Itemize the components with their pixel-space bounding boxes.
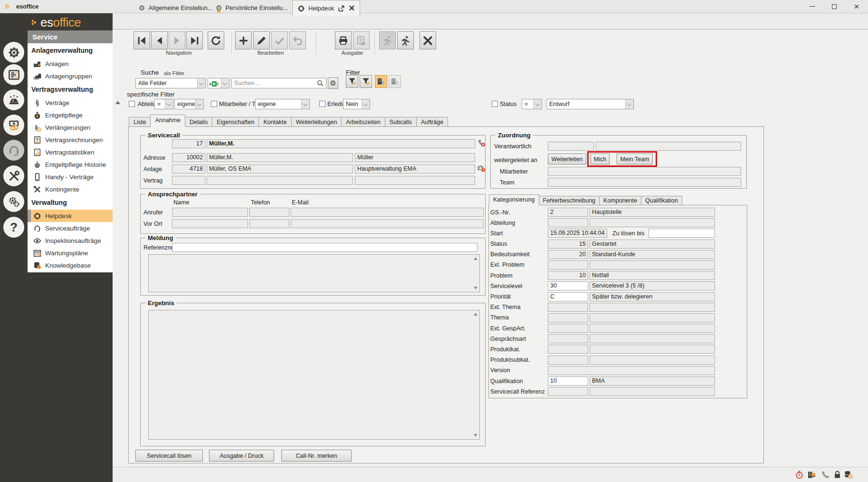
- weitergeleitet-label: weitergeleitet an: [494, 157, 537, 164]
- collapse-filter-panel[interactable]: [115, 101, 120, 104]
- sidebar-item-anlagengruppen[interactable]: Anlagengruppen: [28, 70, 113, 82]
- tab-weiterleitungen[interactable]: Weiterleitungen: [291, 117, 342, 127]
- search-scope-dropdown[interactable]: Alle Felder: [135, 78, 206, 88]
- camera-warning-icon[interactable]: [477, 164, 486, 173]
- tab-allgemeine-einstellungen[interactable]: ⚙ Allgemeine Einstellun...: [134, 0, 218, 16]
- tab-kategorisierung[interactable]: Kategorisierung: [489, 194, 539, 205]
- nav-first-button[interactable]: [134, 31, 150, 49]
- nav-last-button[interactable]: [186, 31, 203, 49]
- sidebar-item-vertragstatistiken[interactable]: Vertragstatistiken: [28, 146, 113, 158]
- window-title: esoffice: [16, 3, 38, 10]
- sidebar-section-anlagenverwaltung[interactable]: Anlagenverwaltung: [28, 43, 113, 58]
- refresh-button[interactable]: [208, 31, 224, 49]
- code-field[interactable]: 30: [548, 281, 588, 290]
- sidebar-item-serviceauftraege[interactable]: Serviceaufträge: [28, 222, 113, 234]
- abteilung-operator-dropdown[interactable]: =: [154, 99, 173, 109]
- cash-icon[interactable]: [3, 115, 24, 135]
- headset-icon[interactable]: [3, 140, 24, 161]
- knowledgebase-icon: [33, 261, 41, 270]
- status-checkbox[interactable]: [492, 101, 498, 107]
- funnel-edit-button[interactable]: [346, 75, 358, 88]
- row-qualifikation: Qualifikation10BMA: [490, 376, 715, 386]
- company-funnel-alt-button[interactable]: [389, 75, 401, 88]
- tab-details[interactable]: Details: [185, 117, 212, 127]
- tools-icon[interactable]: [3, 165, 24, 186]
- add-button[interactable]: [235, 31, 252, 49]
- search-settings-button[interactable]: ⚙: [328, 77, 338, 89]
- sidebar-item-kontingente[interactable]: Kontingente: [28, 183, 113, 195]
- tab-annahme[interactable]: Annahme: [150, 115, 185, 127]
- ergebnis-textarea[interactable]: [148, 310, 480, 440]
- tab-auftraege[interactable]: Aufträge: [416, 117, 448, 127]
- help-icon[interactable]: ?: [3, 217, 24, 238]
- close-tab-icon[interactable]: ✕: [348, 5, 355, 12]
- sidebar-section-verwaltung[interactable]: Verwaltung: [28, 195, 113, 210]
- close-button[interactable]: ×: [846, 0, 868, 13]
- weiterleiten-button[interactable]: Weiterleiten: [548, 154, 586, 164]
- vorort-name-field: [172, 219, 248, 228]
- sidebar-item-verlaengerungen[interactable]: Verlängerungen: [28, 121, 113, 134]
- abteilung-checkbox[interactable]: [129, 101, 135, 107]
- tab-fehlerbeschreibung[interactable]: Fehlerbeschreibung: [539, 196, 600, 205]
- planning-board-icon[interactable]: [3, 64, 24, 85]
- sidebar-item-entgeltpflege[interactable]: Entgeltpflege: [28, 109, 113, 121]
- print-button[interactable]: [335, 31, 352, 49]
- scroll-down-icon[interactable]: [474, 434, 477, 437]
- scroll-up-icon[interactable]: [474, 313, 477, 316]
- run-button[interactable]: [397, 31, 414, 49]
- callnr-merken-button[interactable]: Call-Nr. merken: [281, 450, 352, 462]
- sidebar-item-knowledgebase[interactable]: Knowledgebase: [28, 259, 113, 271]
- funnel-check-button[interactable]: [360, 75, 372, 88]
- tab-qualifikation[interactable]: Qualifikation: [641, 196, 682, 205]
- tab-persoenliche-einstellungen[interactable]: ⚙ Persönliche Einstellu...: [211, 0, 293, 16]
- sidebar-item-helpdesk[interactable]: Helpdesk: [28, 210, 113, 222]
- company-funnel-button[interactable]: [375, 75, 387, 88]
- edit-button[interactable]: [253, 31, 270, 49]
- sidebar-item-vertraege[interactable]: Verträge: [28, 96, 113, 109]
- search-input[interactable]: [231, 78, 326, 88]
- erledigt-dropdown[interactable]: Nein: [343, 99, 370, 109]
- tab-subcalls[interactable]: Subcalls: [385, 117, 417, 127]
- alarm-icon[interactable]: [3, 89, 24, 110]
- sidebar-item-anlagen[interactable]: Anlagen: [28, 58, 113, 70]
- tab-helpdesk[interactable]: Helpdesk ✕: [292, 0, 360, 16]
- scroll-up-icon[interactable]: [474, 257, 477, 260]
- sidebar-item-entgeltpflege-historie[interactable]: Entgeltpflege Historie: [28, 158, 113, 171]
- mitarbeiter-team-dropdown[interactable]: eigene: [255, 99, 310, 109]
- nav-prev-button[interactable]: [151, 31, 168, 49]
- referenznr-field[interactable]: [172, 243, 477, 252]
- cancel-button[interactable]: [420, 31, 436, 49]
- case-sensitivity-dropdown[interactable]: ABC: [208, 78, 229, 88]
- minimize-button[interactable]: [801, 0, 823, 13]
- maximize-button[interactable]: [823, 0, 845, 13]
- sidebar-item-inspektionsauftraege[interactable]: Inspektionsaufträge: [28, 234, 113, 247]
- ausgabe-druck-button[interactable]: Ausgabe / Druck: [209, 450, 274, 462]
- mitarbeiter-team-checkbox[interactable]: [211, 101, 217, 107]
- code-field[interactable]: 10: [548, 376, 588, 386]
- status-operator-dropdown[interactable]: =: [522, 99, 542, 109]
- tab-liste[interactable]: Liste: [129, 117, 151, 127]
- sidebar-item-handy-vertraege[interactable]: Handy - Verträge: [28, 171, 113, 183]
- phone-remove-icon[interactable]: [477, 138, 486, 147]
- title-bar: esoffice ×: [0, 0, 868, 13]
- status-value-dropdown[interactable]: Entwurf: [546, 99, 634, 109]
- erledigt-checkbox[interactable]: [319, 101, 325, 107]
- code-field[interactable]: C: [548, 292, 588, 301]
- sidebar-item-vertragsrechnungen[interactable]: Vertragsrechnungen: [28, 134, 113, 146]
- abteilung-value-dropdown[interactable]: eigene: [174, 99, 204, 109]
- external-link-icon[interactable]: [337, 5, 345, 12]
- meldung-textarea[interactable]: [148, 254, 480, 292]
- phone-icon: [820, 470, 830, 479]
- scroll-down-icon[interactable]: [474, 287, 477, 289]
- tab-komponente[interactable]: Komponente: [599, 196, 641, 205]
- tab-kontakte[interactable]: Kontakte: [258, 117, 291, 127]
- sidebar-section-vertragsverwaltung[interactable]: Vertragsverwaltung: [28, 82, 113, 96]
- tab-arbeitszeiten[interactable]: Arbeitszeiten: [341, 117, 385, 127]
- due-field[interactable]: [649, 229, 715, 238]
- servicecall-loesen-button[interactable]: Servicecall lösen: [135, 450, 203, 462]
- sidebar-item-wartungsplaene[interactable]: Wartungspläne: [28, 247, 113, 259]
- helm-icon[interactable]: [3, 42, 24, 63]
- ergebnis-legend: Ergebnis: [145, 299, 177, 307]
- tab-eigenschaften[interactable]: Eigenschaften: [212, 117, 259, 127]
- gears-icon[interactable]: [3, 191, 24, 212]
